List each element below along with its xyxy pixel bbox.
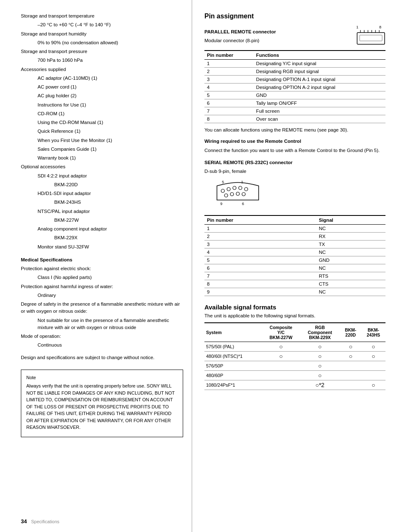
- table-row: 4NC: [204, 248, 385, 256]
- available-formats-subtitle: The unit is applicable to the following …: [204, 312, 385, 319]
- wiring-body: Connect the function you want to use wit…: [204, 147, 385, 154]
- serial-remote-subtitle: D-sub 9-pin, female: [204, 168, 385, 175]
- formats-col-rgb: RGBComponentBKM-229X: [300, 323, 340, 342]
- pin-signal: CTS: [316, 280, 385, 288]
- format-system: 480/60P: [204, 370, 262, 380]
- pin-signal: NC: [316, 248, 385, 256]
- opt-acc-4-name: Monitor stand SU-32FW: [38, 243, 183, 251]
- svg-point-12: [244, 187, 248, 191]
- opt-acc-2-model: BKM-227W: [54, 217, 183, 224]
- format-bkm220d: ○: [340, 342, 361, 351]
- pin-number: 7: [204, 107, 254, 115]
- format-rgb: ○: [300, 361, 340, 370]
- opt-acc-0-model: BKM-220D: [54, 181, 183, 188]
- pin-number: 5: [204, 256, 316, 264]
- pin-function: Designating OPTION A-2 input signal: [254, 84, 385, 91]
- formats-table: System CompositeY/CBKM-227W RGBComponent…: [204, 322, 385, 390]
- format-rgb: ○: [300, 342, 340, 351]
- parallel-connector-svg: [356, 29, 385, 46]
- table-row: 3TX: [204, 241, 385, 248]
- pin-number: 1: [204, 225, 316, 233]
- pin-number: 6: [204, 99, 254, 107]
- column-divider: [192, 0, 192, 532]
- pin-number: 5: [204, 91, 254, 99]
- table-row: 575/50I (PAL) ○ ○ ○ ○: [204, 342, 385, 351]
- medical-spec-title: Medical Specifications: [21, 256, 183, 263]
- accessory-9: Warranty book (1): [38, 155, 183, 162]
- table-row: 576/50P ○: [204, 361, 385, 370]
- svg-point-14: [230, 193, 234, 196]
- serial-label-bottom-left: 9: [220, 202, 222, 206]
- design-note: Design and specifications are subject to…: [21, 354, 183, 361]
- note-title: Note: [26, 374, 178, 381]
- table-row: 2RX: [204, 233, 385, 241]
- format-composite: [262, 380, 300, 390]
- accessory-0: AC adaptor (AC-110MD) (1): [38, 75, 183, 82]
- pin-signal: RX: [316, 233, 385, 241]
- pin-function: Tally lamp ON/OFF: [254, 99, 385, 107]
- formats-col-composite: CompositeY/CBKM-227W: [262, 323, 300, 342]
- pin-function: Designating OPTION A-1 input signal: [254, 76, 385, 84]
- svg-point-11: [239, 186, 242, 190]
- pin-number: 9: [204, 288, 316, 296]
- med-line-4: Degree of safety in the presence of a fl…: [21, 301, 183, 315]
- parallel-col2-header: Functions: [254, 51, 385, 60]
- opt-acc-3-name: Analog component input adaptor: [38, 225, 183, 233]
- available-formats-title: Available signal formats: [204, 304, 385, 311]
- accessory-7: When you First Use the Monitor (1): [38, 137, 183, 144]
- format-composite: [262, 370, 300, 380]
- pin-function: Over scan: [254, 115, 385, 123]
- pin-number: 8: [204, 280, 316, 288]
- pin-number: 8: [204, 115, 254, 123]
- format-composite: ○: [262, 351, 300, 361]
- svg-rect-0: [357, 33, 385, 44]
- med-line-6: Mode of operation:: [21, 333, 183, 340]
- storage-temp-value: –20 °C to +60 °C (–4 °F to 140 °F): [38, 21, 183, 28]
- pin-signal: RTS: [316, 272, 385, 280]
- table-row: 8CTS: [204, 280, 385, 288]
- table-row: 1Designating Y/C input signal: [204, 60, 385, 68]
- med-line-5: Not suitable for use in the presence of …: [38, 317, 183, 332]
- storage-pressure-value: 700 hPa to 1060 hPa: [38, 57, 183, 64]
- table-row: 6Tally lamp ON/OFF: [204, 99, 385, 107]
- format-bkm220d: [340, 361, 361, 370]
- pin-signal: GND: [316, 256, 385, 264]
- pin-number: 1: [204, 60, 254, 68]
- accessories-label: Accessories supplied: [21, 66, 183, 73]
- accessory-8: Sales Companies Guide (1): [38, 146, 183, 153]
- format-system: 576/50P: [204, 361, 262, 370]
- serial-pin-table: Pin number Signal 1NC2RX3TX4NC5GND6NC7RT…: [204, 215, 385, 296]
- svg-point-13: [224, 194, 228, 197]
- med-line-1: Class I (No applied parts): [38, 274, 183, 281]
- parallel-pin-table: Pin number Functions 1Designating Y/C in…: [204, 50, 385, 123]
- table-row: 5GND: [204, 91, 385, 99]
- pin-number: 7: [204, 272, 316, 280]
- note-box: Note Always verify that the unit is oper…: [21, 370, 183, 437]
- pin-function: Designating Y/C input signal: [254, 60, 385, 68]
- table-row: 9NC: [204, 288, 385, 296]
- opt-acc-3-model: BKM-229X: [54, 234, 183, 241]
- storage-temp-label: Storage and transport temperature: [21, 13, 183, 20]
- serial-connector-diagram: 5 1 9 6: [213, 179, 385, 209]
- svg-point-15: [236, 192, 239, 195]
- format-system: 575/50I (PAL): [204, 342, 262, 351]
- footer-label: Specifications: [31, 519, 59, 524]
- table-row: 7Full screen: [204, 107, 385, 115]
- optional-accessories-label: Optional accessories: [21, 163, 183, 170]
- storage-pressure-label: Storage and transport pressure: [21, 48, 183, 55]
- page-footer: 34 Specifications: [21, 518, 59, 524]
- pin-number: 3: [204, 241, 316, 248]
- svg-point-9: [227, 187, 230, 191]
- format-composite: ○: [262, 342, 300, 351]
- parallel-connector-diagram: 1 8: [356, 25, 385, 47]
- table-row: 1NC: [204, 225, 385, 233]
- svg-point-10: [233, 186, 236, 190]
- accessory-1: AC power cord (1): [38, 84, 183, 91]
- pin-assignment-title: Pin assignment: [204, 13, 385, 20]
- formats-col-bkm243hs: BKM-243HS: [361, 323, 385, 342]
- format-bkm220d: [340, 370, 361, 380]
- format-composite: [262, 361, 300, 370]
- right-column: Pin assignment PARALLEL REMOTE connector…: [192, 0, 398, 532]
- table-row: 5GND: [204, 256, 385, 264]
- format-bkm243hs: [361, 361, 385, 370]
